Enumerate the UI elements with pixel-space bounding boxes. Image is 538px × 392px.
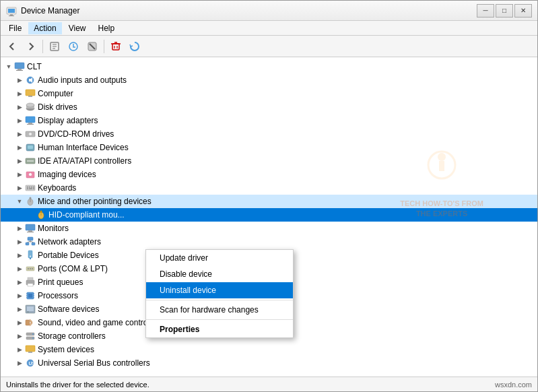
dvd-expand-icon[interactable]: ▶	[14, 129, 25, 139]
context-menu: Update driver Disable device Uninstall d…	[145, 249, 294, 338]
app-icon	[6, 5, 17, 16]
tree-item-monitors[interactable]: ▶ Monitors	[1, 222, 537, 235]
tree-item-usb[interactable]: ▶ USB Universal Serial Bus controllers	[1, 356, 537, 370]
network-expand-icon[interactable]: ▶	[14, 236, 25, 247]
svg-rect-81	[26, 320, 30, 325]
computer-device-icon	[25, 88, 36, 99]
svg-text:USB: USB	[29, 361, 36, 366]
svg-rect-18	[16, 70, 23, 71]
mice-expand-icon[interactable]: ▼	[14, 196, 25, 207]
imaging-label: Imaging devices	[38, 170, 96, 179]
tree-item-hid[interactable]: ▶ Human Interface Devices	[1, 141, 537, 154]
disk-icon	[25, 102, 36, 112]
software-icon	[25, 304, 36, 315]
tree-item-audio[interactable]: ▶ Audio inputs and outputs	[1, 73, 537, 87]
disk-label: Disk drives	[38, 102, 77, 112]
forward-button[interactable]	[22, 38, 40, 55]
display-expand-icon[interactable]: ▶	[14, 115, 25, 126]
svg-rect-87	[28, 352, 32, 353]
tree-item-mice[interactable]: ▼ Mice and other pointing devices	[1, 195, 537, 208]
ctx-properties[interactable]: Properties	[146, 321, 293, 337]
computer-expand-icon[interactable]: ▶	[14, 88, 25, 99]
print-expand-icon[interactable]: ▶	[14, 277, 25, 288]
system-expand-icon[interactable]: ▶	[14, 344, 25, 355]
ports-expand-icon[interactable]: ▶	[14, 263, 25, 274]
audio-expand-icon[interactable]: ▶	[14, 75, 25, 86]
usb-icon: USB	[25, 358, 36, 368]
hid-icon	[25, 142, 36, 153]
svg-rect-52	[28, 230, 32, 232]
status-right: wsxdn.com	[495, 381, 532, 389]
svg-rect-43	[29, 189, 32, 190]
computer-icon	[14, 61, 25, 72]
menu-help[interactable]: Help	[93, 22, 121, 34]
ctx-disable-device[interactable]: Disable device	[146, 266, 293, 282]
disk-expand-icon[interactable]: ▶	[14, 102, 25, 112]
tree-item-dvd[interactable]: ▶ DVD/CD-ROM drives	[1, 127, 537, 141]
mice-label: Mice and other pointing devices	[38, 197, 152, 206]
title-bar-left: Device Manager	[6, 5, 79, 16]
hid-mouse-label: HID-compliant mou...	[48, 210, 125, 220]
scan-button[interactable]	[126, 38, 143, 55]
svg-rect-54	[28, 237, 33, 240]
monitors-expand-icon[interactable]: ▶	[14, 223, 25, 234]
svg-point-36	[29, 173, 32, 176]
svg-line-59	[30, 241, 34, 242]
minimize-button[interactable]: ─	[477, 4, 494, 18]
properties-button[interactable]	[46, 38, 63, 55]
tree-item-disk[interactable]: ▶ Disk drives	[1, 100, 537, 114]
svg-point-66	[32, 268, 33, 269]
tree-item-ide[interactable]: ▶ IDE ATA/ATAPI controllers	[1, 154, 537, 168]
imaging-expand-icon[interactable]: ▶	[14, 169, 25, 180]
menu-file[interactable]: File	[3, 22, 27, 34]
tree-root[interactable]: ▼ CLT	[1, 60, 537, 73]
tree-item-hid-mouse[interactable]: ▶ HID-compliant mou...	[1, 208, 537, 222]
processors-label: Processors	[38, 291, 78, 300]
tree-item-keyboards[interactable]: ▶ Keyboards	[1, 181, 537, 195]
processors-expand-icon[interactable]: ▶	[14, 290, 25, 301]
svg-point-65	[30, 268, 31, 269]
status-text: Uninstalls the driver for the selected d…	[6, 381, 149, 389]
imaging-icon	[25, 169, 36, 180]
svg-rect-68	[28, 277, 33, 280]
dvd-label: DVD/CD-ROM drives	[38, 129, 114, 139]
menu-view[interactable]: View	[63, 22, 92, 34]
disable-button[interactable]	[83, 38, 101, 55]
ide-expand-icon[interactable]: ▶	[14, 156, 25, 166]
svg-rect-79	[27, 306, 34, 311]
back-button[interactable]	[3, 38, 21, 55]
ctx-update-driver[interactable]: Update driver	[146, 250, 293, 266]
root-expand-icon[interactable]: ▼	[3, 61, 14, 72]
portable-expand-icon[interactable]: ▶	[14, 250, 25, 261]
storage-expand-icon[interactable]: ▶	[14, 331, 25, 341]
svg-rect-41	[33, 187, 34, 188]
tree-item-imaging[interactable]: ▶ Imaging devices	[1, 168, 537, 181]
mouse-icon	[36, 209, 46, 220]
ctx-separator-2	[146, 319, 293, 320]
svg-rect-26	[28, 123, 32, 124]
uninstall-button[interactable]	[107, 38, 125, 55]
network-label: Network adapters	[38, 237, 101, 247]
window-title: Device Manager	[21, 6, 79, 15]
menu-action[interactable]: Action	[28, 22, 61, 34]
tree-item-system[interactable]: ▶ System devices	[1, 343, 537, 356]
root-label: CLT	[27, 62, 42, 71]
update-driver-button[interactable]	[65, 38, 82, 55]
maximize-button[interactable]: □	[496, 4, 513, 18]
tree-item-computer[interactable]: ▶ Computer	[1, 87, 537, 100]
tree-item-display[interactable]: ▶ Display adapters	[1, 114, 537, 127]
keyboards-expand-icon[interactable]: ▶	[14, 183, 25, 193]
usb-expand-icon[interactable]: ▶	[14, 358, 25, 368]
close-button[interactable]: ✕	[514, 4, 532, 18]
sound-expand-icon[interactable]: ▶	[14, 317, 25, 328]
storage-icon	[25, 331, 36, 341]
svg-point-50	[40, 211, 42, 213]
svg-point-64	[28, 268, 29, 269]
tree-item-network[interactable]: ▶ Network adapters	[1, 235, 537, 249]
svg-rect-61	[30, 258, 31, 259]
svg-rect-37	[26, 185, 35, 191]
hid-expand-icon[interactable]: ▶	[14, 142, 25, 153]
ctx-uninstall-device[interactable]: Uninstall device	[146, 282, 293, 298]
ctx-scan-hardware[interactable]: Scan for hardware changes	[146, 302, 293, 318]
software-expand-icon[interactable]: ▶	[14, 304, 25, 315]
